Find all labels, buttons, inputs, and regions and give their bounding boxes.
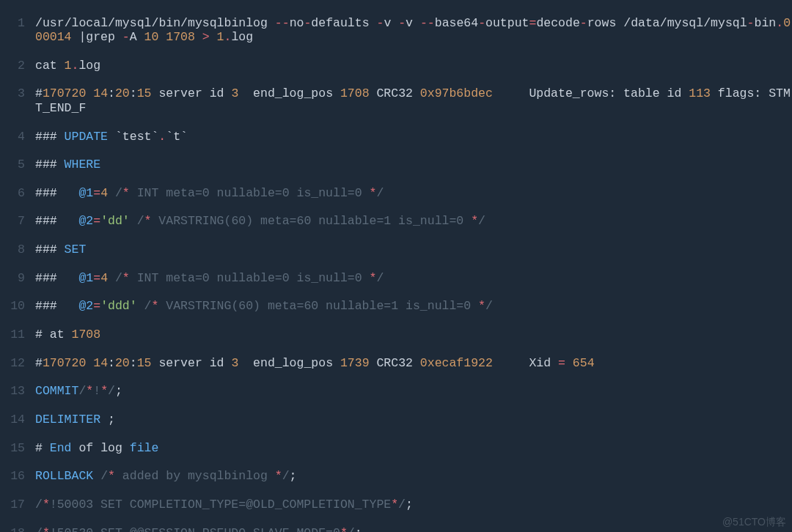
- code-content[interactable]: #170720 14:20:15 server id 3 end_log_pos…: [35, 86, 792, 115]
- token: /: [485, 299, 493, 313]
- token: [137, 299, 144, 313]
- token: [108, 271, 115, 285]
- token: 0xecaf1922: [420, 356, 493, 370]
- line-number: 2: [0, 59, 35, 73]
- code-line[interactable]: 13COMMIT/*!*/;: [0, 377, 792, 406]
- code-content[interactable]: ROLLBACK /* added by mysqlbinlog */;: [35, 469, 792, 483]
- token: /: [35, 498, 43, 511]
- token: of log: [72, 441, 130, 455]
- token: /: [108, 16, 115, 30]
- line-number: 5: [0, 158, 35, 171]
- token: `t`: [166, 130, 188, 144]
- code-line[interactable]: 16ROLLBACK /* added by mysqlbinlog */;: [0, 462, 792, 491]
- line-number: 12: [0, 356, 35, 370]
- token: 170720: [43, 356, 86, 370]
- token: ###: [35, 186, 78, 200]
- code-content[interactable]: COMMIT/*!*/;: [35, 384, 792, 398]
- token: server id: [151, 356, 231, 370]
- token: /: [137, 214, 144, 228]
- code-content[interactable]: /*!50003 SET COMPLETION_TYPE=@OLD_COMPLE…: [35, 498, 792, 511]
- token: .: [776, 16, 783, 30]
- token: /: [78, 384, 86, 398]
- token: /: [35, 526, 43, 532]
- line-number: 18: [0, 526, 35, 532]
- code-line[interactable]: 15# End of log file: [0, 434, 792, 462]
- code-line[interactable]: 2cat 1.log: [0, 51, 792, 80]
- token: /: [65, 16, 72, 30]
- token: 15: [137, 356, 152, 370]
- token: *: [122, 186, 130, 200]
- code-line[interactable]: 12#170720 14:20:15 server id 3 end_log_p…: [0, 349, 792, 377]
- token: decode: [536, 16, 579, 30]
- token: -: [304, 16, 311, 30]
- code-editor[interactable]: 1/usr/local/mysql/bin/mysqlbinlog --no-d…: [0, 0, 792, 532]
- token: 'ddd': [100, 299, 137, 313]
- code-line[interactable]: 10### @2='ddd' /* VARSTRING(60) meta=60 …: [0, 292, 792, 321]
- code-line[interactable]: 17/*!50003 SET COMPLETION_TYPE=@OLD_COMP…: [0, 490, 792, 519]
- code-line[interactable]: 4### UPDATE `test`.`t`: [0, 122, 792, 151]
- code-content[interactable]: /usr/local/mysql/bin/mysqlbinlog --no-de…: [35, 16, 792, 45]
- code-line[interactable]: 5### WHERE: [0, 151, 792, 180]
- token: ;: [406, 498, 413, 511]
- token: 3: [231, 356, 238, 370]
- code-line[interactable]: 3#170720 14:20:15 server id 3 end_log_po…: [0, 80, 792, 122]
- code-line[interactable]: 6### @1=4 /* INT meta=0 nullable=0 is_nu…: [0, 179, 792, 207]
- token: ###: [35, 271, 78, 285]
- token: #: [35, 441, 50, 455]
- code-line[interactable]: 1/usr/local/mysql/bin/mysqlbinlog --no-d…: [0, 9, 792, 51]
- code-content[interactable]: # End of log file: [35, 441, 792, 455]
- token: [86, 86, 93, 100]
- token: ;: [100, 413, 115, 426]
- token: 170720: [43, 86, 86, 100]
- token: VARSTRING(60) meta=60 nullable=1 is_null…: [158, 299, 478, 313]
- token: mysql: [711, 16, 747, 30]
- token: :: [130, 356, 137, 370]
- watermark-text: @51CTO博客: [722, 516, 786, 529]
- token: Update_rows: table id: [493, 86, 689, 100]
- token: end_log_pos: [238, 356, 340, 370]
- token: local: [72, 16, 109, 30]
- code-content[interactable]: cat 1.log: [35, 59, 792, 73]
- token: [158, 30, 166, 44]
- token: -: [376, 16, 384, 30]
- code-content[interactable]: # at 1708: [35, 328, 792, 341]
- code-content[interactable]: ### @1=4 /* INT meta=0 nullable=0 is_nul…: [35, 271, 792, 285]
- token: @2: [78, 299, 93, 313]
- code-content[interactable]: ### @1=4 /* INT meta=0 nullable=0 is_nul…: [35, 186, 792, 200]
- code-content[interactable]: ### UPDATE `test`.`t`: [35, 130, 792, 144]
- code-line[interactable]: 7### @2='dd' /* VARSTRING(60) meta=60 nu…: [0, 207, 792, 236]
- token: !: [93, 384, 100, 398]
- token: >: [202, 30, 210, 44]
- token: v: [406, 16, 420, 30]
- code-line[interactable]: 18/*!50530 SET @@SESSION.PSEUDO_SLAVE_MO…: [0, 519, 792, 532]
- token: mysql: [667, 16, 704, 30]
- token: ###: [35, 158, 65, 171]
- code-line[interactable]: 8### SET: [0, 236, 792, 265]
- token: base64: [435, 16, 478, 30]
- token: added by mysqlbinlog: [115, 469, 275, 483]
- code-content[interactable]: DELIMITER ;: [35, 413, 792, 426]
- token: =: [93, 271, 100, 285]
- token: 1708: [166, 30, 195, 44]
- code-line[interactable]: 9### @1=4 /* INT meta=0 nullable=0 is_nu…: [0, 264, 792, 292]
- token: ###: [35, 214, 78, 228]
- token: *: [100, 384, 108, 398]
- token: /: [478, 214, 485, 228]
- code-content[interactable]: /*!50530 SET @@SESSION.PSEUDO_SLAVE_MODE…: [35, 526, 792, 532]
- code-content[interactable]: ### SET: [35, 243, 792, 256]
- token: bin: [158, 16, 180, 30]
- token: =: [529, 16, 536, 30]
- token: cat: [35, 59, 65, 73]
- code-line[interactable]: 11# at 1708: [0, 321, 792, 350]
- code-content[interactable]: ### @2='dd' /* VARSTRING(60) meta=60 nul…: [35, 214, 792, 228]
- token: server id: [151, 86, 231, 100]
- code-content[interactable]: #170720 14:20:15 server id 3 end_log_pos…: [35, 356, 792, 370]
- code-line[interactable]: 14DELIMITER ;: [0, 405, 792, 434]
- token: =: [93, 299, 100, 313]
- token: [210, 30, 217, 44]
- code-content[interactable]: ### @2='ddd' /* VARSTRING(60) meta=60 nu…: [35, 299, 792, 313]
- token: /: [100, 469, 108, 483]
- line-number: 16: [0, 469, 35, 483]
- code-content[interactable]: ### WHERE: [35, 158, 792, 171]
- token: [86, 356, 93, 370]
